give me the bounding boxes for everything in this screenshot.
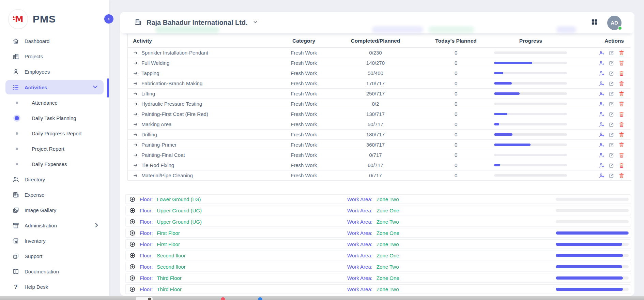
sidebar-item-label: Expense [25,192,44,198]
edit-button[interactable] [609,101,615,107]
sidebar-item-projects[interactable]: Projects [0,49,109,64]
activity-category: Fresh Work [276,91,331,96]
sidebar-subitem-daily-progress-report[interactable]: Daily Progress Report [0,126,109,141]
expand-floor-button[interactable] [129,207,136,214]
edit-button[interactable] [609,60,615,66]
taskbar-red-icon[interactable] [221,297,225,300]
assign-user-button[interactable] [599,80,605,87]
progress-bar [494,154,567,156]
delete-button[interactable] [618,152,625,158]
sidebar-item-dashboard[interactable]: Dashboard [0,33,109,49]
assign-user-button[interactable] [599,111,605,117]
edit-button[interactable] [609,162,615,168]
sidebar-subitem-daily-task-planning[interactable]: Daily Task Planning [0,110,109,126]
edit-button[interactable] [609,50,615,56]
edit-button[interactable] [609,152,615,158]
edit-button[interactable] [609,111,615,117]
sidebar-item-administration[interactable]: Administration [0,218,109,233]
sidebar-item-employees[interactable]: Employees [0,64,109,79]
floor-progress-fill [556,243,622,246]
table-row: Marking Area Fresh Work 50/717 0 [128,119,631,130]
edit-button[interactable] [609,70,615,76]
sidebar-item-documentation[interactable]: Documentation [0,264,109,279]
expand-floor-button[interactable] [129,230,136,236]
progress-bar-fill [494,123,499,125]
image-icon [12,207,19,214]
delete-button[interactable] [618,132,625,138]
expand-floor-button[interactable] [129,219,136,225]
taskbar-tab[interactable] [136,297,153,300]
edit-button[interactable] [609,142,615,148]
delete-button[interactable] [618,91,625,97]
delete-button[interactable] [618,162,625,168]
delete-button[interactable] [618,111,625,117]
chevron-left-icon [107,17,111,21]
active-bullet-icon [14,116,19,120]
floor-name: Second floor [157,264,185,270]
assign-user-button[interactable] [599,142,605,148]
sidebar-item-label: Support [25,253,43,259]
sidebar-item-support[interactable]: Support [0,249,109,264]
sidebar-collapse-button[interactable] [104,14,114,24]
assign-user-button[interactable] [599,172,605,179]
delete-button[interactable] [618,50,625,56]
company-selector[interactable]: Raja Bahadur International Ltd. [147,19,248,27]
user-avatar[interactable]: AD [607,16,622,30]
sidebar-subitem-daily-expenses[interactable]: Daily Expenses [0,156,109,172]
assign-user-button[interactable] [599,132,605,138]
delete-button[interactable] [618,101,625,107]
sidebar-subitem-project-report[interactable]: Project Report [0,141,109,156]
expand-floor-button[interactable] [129,252,136,259]
list-icon [12,84,19,91]
expand-floor-button[interactable] [129,264,136,270]
delete-button[interactable] [618,121,625,127]
edit-button[interactable] [609,80,615,87]
assign-user-button[interactable] [599,91,605,97]
chevron-right-icon [93,222,100,230]
sidebar-item-image-gallery[interactable]: Image Gallary [0,202,109,218]
edit-button[interactable] [609,132,615,138]
arrow-right-icon [133,50,138,56]
assign-user-button[interactable] [599,152,605,158]
delete-button[interactable] [618,80,625,87]
bullet-icon [14,102,19,104]
completed-planned-value: 60/717 [332,162,419,168]
bullet-icon [14,163,19,165]
taskbar-blue-icon[interactable] [258,297,262,300]
sidebar-item-help-desk[interactable]: ? Help Desk [0,279,109,295]
delete-button[interactable] [618,142,625,148]
circled-plus-icon [129,196,136,202]
sidebar-item-directory[interactable]: Directory [0,172,109,187]
assign-user-button[interactable] [599,121,605,127]
delete-button[interactable] [618,60,625,66]
sidebar-subitem-attendance[interactable]: Attendance [0,95,109,110]
delete-button[interactable] [618,172,625,179]
delete-button[interactable] [618,70,625,76]
table-row: Tapping Fresh Work 50/400 0 [128,68,631,78]
assign-user-button[interactable] [599,162,605,168]
sidebar-item-activities[interactable]: Activities [5,80,104,94]
expand-floor-button[interactable] [129,275,136,281]
assign-user-button[interactable] [599,101,605,107]
floor-name: Lower Ground (LG) [157,196,201,202]
sidebar-item-label: Directory [25,177,45,182]
sidebar-item-inventory[interactable]: Inventory [0,233,109,249]
edit-button[interactable] [609,121,615,127]
sidebar-item-expense[interactable]: Expense [0,187,109,202]
assign-user-button[interactable] [599,50,605,56]
app-logo: M [8,9,28,29]
floor-progress-fill [556,276,623,280]
assign-user-button[interactable] [599,60,605,66]
chevron-down-icon[interactable] [252,19,258,26]
expand-floor-button[interactable] [129,286,136,292]
edit-button[interactable] [609,172,615,179]
circled-plus-icon [129,264,136,270]
work-area-name: Zone Two [377,219,399,225]
expand-floor-button[interactable] [129,241,136,247]
todays-planned-value: 0 [419,172,492,178]
edit-button[interactable] [609,91,615,97]
expand-floor-button[interactable] [129,196,136,202]
assign-user-button[interactable] [599,70,605,76]
apps-grid-button[interactable] [591,18,598,27]
column-header-progress: Progress [492,38,569,44]
